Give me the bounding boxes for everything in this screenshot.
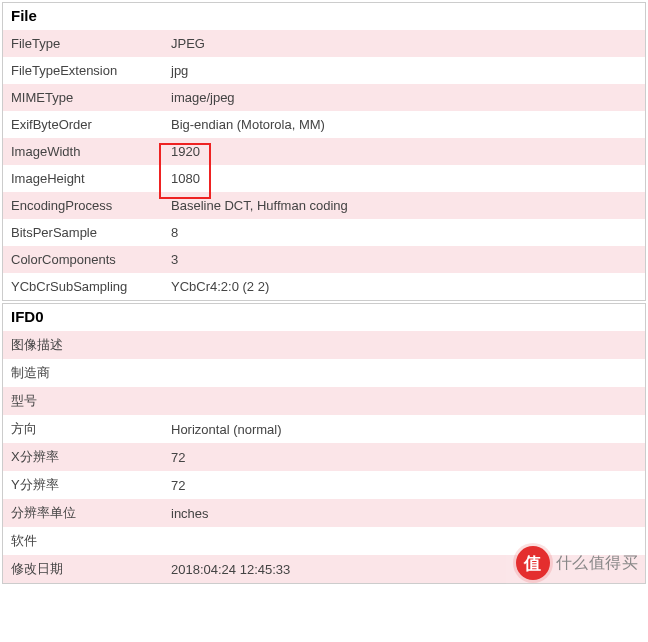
value-yresolution: 72 <box>163 471 645 499</box>
key-model: 型号 <box>3 387 163 415</box>
key-colorcomponents: ColorComponents <box>3 246 163 273</box>
value-bitspersample: 8 <box>163 219 645 246</box>
key-imagewidth: ImageWidth <box>3 138 163 165</box>
table-row: 型号 <box>3 387 645 415</box>
panel-title-ifd0: IFD0 <box>3 304 645 331</box>
watermark-text: 什么值得买 <box>556 553 639 574</box>
key-encodingprocess: EncodingProcess <box>3 192 163 219</box>
table-row: 分辨率单位inches <box>3 499 645 527</box>
key-resolution-unit: 分辨率单位 <box>3 499 163 527</box>
value-exifbyteorder: Big-endian (Motorola, MM) <box>163 111 645 138</box>
value-imagewidth: 1920 <box>163 138 645 165</box>
key-orientation: 方向 <box>3 415 163 443</box>
table-row: X分辨率72 <box>3 443 645 471</box>
table-row: Y分辨率72 <box>3 471 645 499</box>
table-row: BitsPerSample8 <box>3 219 645 246</box>
key-image-description: 图像描述 <box>3 331 163 359</box>
key-modify-date: 修改日期 <box>3 555 163 583</box>
table-row: ColorComponents3 <box>3 246 645 273</box>
value-imageheight: 1080 <box>163 165 645 192</box>
table-row: ImageHeight1080 <box>3 165 645 192</box>
watermark: 值 什么值得买 <box>506 540 649 586</box>
value-orientation: Horizontal (normal) <box>163 415 645 443</box>
key-xresolution: X分辨率 <box>3 443 163 471</box>
value-mimetype: image/jpeg <box>163 84 645 111</box>
key-mimetype: MIMEType <box>3 84 163 111</box>
value-filetypeextension: jpg <box>163 57 645 84</box>
table-row: ExifByteOrderBig-endian (Motorola, MM) <box>3 111 645 138</box>
table-row: FileTypeJPEG <box>3 30 645 57</box>
value-ycbcrsubsampling: YCbCr4:2:0 (2 2) <box>163 273 645 300</box>
key-bitspersample: BitsPerSample <box>3 219 163 246</box>
value-colorcomponents: 3 <box>163 246 645 273</box>
table-row: MIMETypeimage/jpeg <box>3 84 645 111</box>
value-resolution-unit: inches <box>163 499 645 527</box>
value-filetype: JPEG <box>163 30 645 57</box>
table-row: YCbCrSubSamplingYCbCr4:2:0 (2 2) <box>3 273 645 300</box>
value-encodingprocess: Baseline DCT, Huffman coding <box>163 192 645 219</box>
key-yresolution: Y分辨率 <box>3 471 163 499</box>
value-xresolution: 72 <box>163 443 645 471</box>
table-file: FileTypeJPEG FileTypeExtensionjpg MIMETy… <box>3 30 645 300</box>
key-ycbcrsubsampling: YCbCrSubSampling <box>3 273 163 300</box>
key-exifbyteorder: ExifByteOrder <box>3 111 163 138</box>
value-manufacturer <box>163 359 645 387</box>
value-image-description <box>163 331 645 359</box>
table-row: 制造商 <box>3 359 645 387</box>
key-software: 软件 <box>3 527 163 555</box>
watermark-badge-icon: 值 <box>516 546 550 580</box>
table-row: 方向Horizontal (normal) <box>3 415 645 443</box>
panel-file: File FileTypeJPEG FileTypeExtensionjpg M… <box>2 2 646 301</box>
key-manufacturer: 制造商 <box>3 359 163 387</box>
table-row: ImageWidth1920 <box>3 138 645 165</box>
value-model <box>163 387 645 415</box>
table-row: 图像描述 <box>3 331 645 359</box>
key-imageheight: ImageHeight <box>3 165 163 192</box>
key-filetype: FileType <box>3 30 163 57</box>
table-row: FileTypeExtensionjpg <box>3 57 645 84</box>
key-filetypeextension: FileTypeExtension <box>3 57 163 84</box>
table-row: EncodingProcessBaseline DCT, Huffman cod… <box>3 192 645 219</box>
panel-title-file: File <box>3 3 645 30</box>
